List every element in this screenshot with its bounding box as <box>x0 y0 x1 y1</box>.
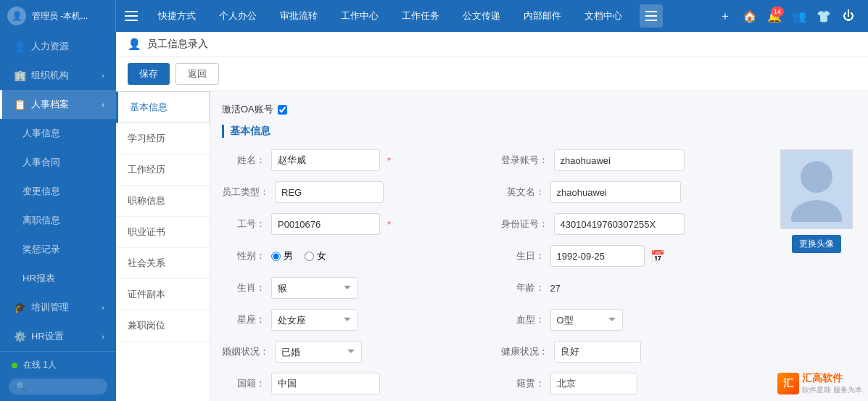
login-input[interactable] <box>554 149 685 171</box>
logout-icon[interactable]: ⏻ <box>838 5 859 27</box>
form-layout: 基本信息 学习经历 工作经历 职称信息 职业证书 社会关系 证件副本 兼职岗位 … <box>116 91 868 401</box>
sidebar-item-label-resign: 离职信息 <box>22 214 60 227</box>
nav-shortcuts[interactable]: 快捷方式 <box>146 0 207 32</box>
notification-icon[interactable]: 🔔 14 <box>764 5 785 27</box>
username-label: 管理员 -本机... <box>32 10 88 22</box>
gender-female-option[interactable]: 女 <box>305 249 326 262</box>
marital-label: 婚姻状况： <box>222 345 269 358</box>
bottom-logo: 汇 汇高软件 软件星期 服务为本 <box>777 372 862 395</box>
health-field-group: 健康状况： <box>501 341 766 363</box>
sub-menu-education[interactable]: 学习经历 <box>116 123 210 154</box>
sidebar-item-label-contract: 人事合同 <box>22 156 60 169</box>
gender-radio-group: 男 女 <box>271 249 326 262</box>
save-button[interactable]: 保存 <box>128 63 170 85</box>
en-name-label: 英文名： <box>501 186 545 199</box>
birthday-input[interactable] <box>550 245 645 267</box>
sidebar-item-resign[interactable]: 离职信息 <box>0 206 116 235</box>
gender-field-group: 性别： 男 女 <box>222 245 487 267</box>
sidebar-item-label-archive: 人事档案 <box>31 98 69 111</box>
gender-female-radio[interactable] <box>305 252 314 261</box>
svg-point-7 <box>791 200 842 222</box>
birthday-calendar-icon[interactable]: 📅 <box>650 249 665 263</box>
sidebar-item-personnel-info[interactable]: 人事信息 <box>0 119 116 148</box>
sidebar-item-org[interactable]: 🏢 组织机构 › <box>0 61 116 90</box>
sub-menu-id-copy[interactable]: 证件副本 <box>116 279 210 310</box>
sub-menu-cert[interactable]: 职业证书 <box>116 217 210 248</box>
blood-select[interactable]: O型 <box>550 309 623 331</box>
en-name-input[interactable] <box>550 181 681 203</box>
hr-icon: 👤 <box>14 41 25 52</box>
logo-tagline: 软件星期 服务为本 <box>802 385 862 395</box>
sidebar-item-hr[interactable]: 👤 人力资源 <box>0 32 116 61</box>
form-fields: 姓名： * 登录账号： 员工类型： <box>222 149 765 401</box>
health-input[interactable] <box>554 341 641 363</box>
sidebar-search-input[interactable] <box>9 379 107 394</box>
nav-work-center[interactable]: 工作中心 <box>329 0 390 32</box>
sub-menu-parttime[interactable]: 兼职岗位 <box>116 310 210 342</box>
star-select[interactable]: 处女座 <box>271 309 358 331</box>
top-bar-user-section: 👤 管理员 -本机... <box>0 0 116 32</box>
sub-menu-work-history[interactable]: 工作经历 <box>116 154 210 186</box>
logo-main-text: 汇高软件 <box>802 372 862 385</box>
hometown-input[interactable] <box>550 373 637 394</box>
age-value: 27 <box>550 283 561 294</box>
sidebar-item-archive[interactable]: 📋 人事档案 ‹ <box>0 90 116 119</box>
home-icon[interactable]: 🏠 <box>739 5 761 27</box>
change-avatar-button[interactable]: 更换头像 <box>792 235 841 253</box>
add-icon[interactable]: ＋ <box>714 5 736 27</box>
star-label: 星座： <box>222 313 265 326</box>
nav-doc-center[interactable]: 文档中心 <box>573 0 634 32</box>
id-card-field-group: 身份证号： <box>501 213 766 235</box>
form-row-8: 国籍： 籍贯： <box>222 373 765 401</box>
emp-no-input[interactable] <box>271 213 380 235</box>
main-layout: 👤 人力资源 🏢 组织机构 › 📋 人事档案 ‹ 人事信息 人事合同 变更信息 … <box>0 32 868 401</box>
sub-menu-basic-info[interactable]: 基本信息 <box>116 91 210 123</box>
svg-rect-5 <box>645 20 657 21</box>
nav-hamburger-icon[interactable] <box>116 0 146 32</box>
sidebar-item-hr-report[interactable]: HR报表 <box>0 264 116 293</box>
nav-personal-office[interactable]: 个人办公 <box>207 0 268 32</box>
gender-male-option[interactable]: 男 <box>271 249 293 262</box>
sidebar-item-label-hr: 人力资源 <box>31 40 69 53</box>
nation-input[interactable] <box>271 373 380 394</box>
sub-menu-social[interactable]: 社会关系 <box>116 248 210 279</box>
section-title: 基本信息 <box>222 125 856 138</box>
content-area: 👤 员工信息录入 保存 返回 基本信息 学习经历 工作经历 职称信息 职业证书 … <box>116 32 868 401</box>
marital-select[interactable]: 已婚 <box>275 341 362 363</box>
sub-menu-title-info[interactable]: 职称信息 <box>116 186 210 217</box>
sidebar-item-contract[interactable]: 人事合同 <box>0 148 116 177</box>
emp-type-input[interactable] <box>275 181 384 203</box>
gender-male-label: 男 <box>284 249 293 262</box>
contacts-icon[interactable]: 👥 <box>788 5 810 27</box>
sidebar-item-hr-settings[interactable]: ⚙️ HR设置 › <box>0 322 116 351</box>
emp-type-label: 员工类型： <box>222 186 269 199</box>
form-content: 激活OA账号 基本信息 姓名： * <box>210 91 868 401</box>
oa-checkbox[interactable] <box>278 105 287 115</box>
gender-male-radio[interactable] <box>271 252 281 261</box>
sidebar-item-awards[interactable]: 奖惩记录 <box>0 235 116 264</box>
nav-doc-transfer[interactable]: 公文传递 <box>451 0 512 32</box>
name-input[interactable] <box>271 149 380 171</box>
sidebar-search-area[interactable] <box>9 379 107 394</box>
zodiac-select[interactable]: 猴 <box>271 277 358 299</box>
back-button[interactable]: 返回 <box>175 63 219 85</box>
sidebar-item-changes[interactable]: 变更信息 <box>0 177 116 206</box>
nation-label: 国籍： <box>222 377 265 390</box>
settings-icon[interactable]: 👕 <box>813 5 835 27</box>
sidebar-item-label-org: 组织机构 <box>31 69 69 82</box>
health-label: 健康状况： <box>501 345 548 358</box>
nav-internal-mail[interactable]: 内部邮件 <box>512 0 573 32</box>
user-avatar: 👤 <box>7 7 26 25</box>
oa-label: 激活OA账号 <box>222 103 273 116</box>
archive-icon: 📋 <box>14 99 25 110</box>
logo-text-block: 汇高软件 软件星期 服务为本 <box>802 372 862 395</box>
form-body: 姓名： * 登录账号： 员工类型： <box>222 149 856 401</box>
nav-approval[interactable]: 审批流转 <box>268 0 329 32</box>
nav-more-icon[interactable] <box>640 4 663 28</box>
sidebar-item-training[interactable]: 🎓 培训管理 › <box>0 293 116 322</box>
form-row-5: 生肖： 猴 年龄： 27 <box>222 277 765 309</box>
en-name-field-group: 英文名： <box>501 181 766 203</box>
hr-settings-arrow-icon: › <box>102 332 104 341</box>
nav-work-tasks[interactable]: 工作任务 <box>390 0 451 32</box>
id-card-input[interactable] <box>554 213 685 235</box>
